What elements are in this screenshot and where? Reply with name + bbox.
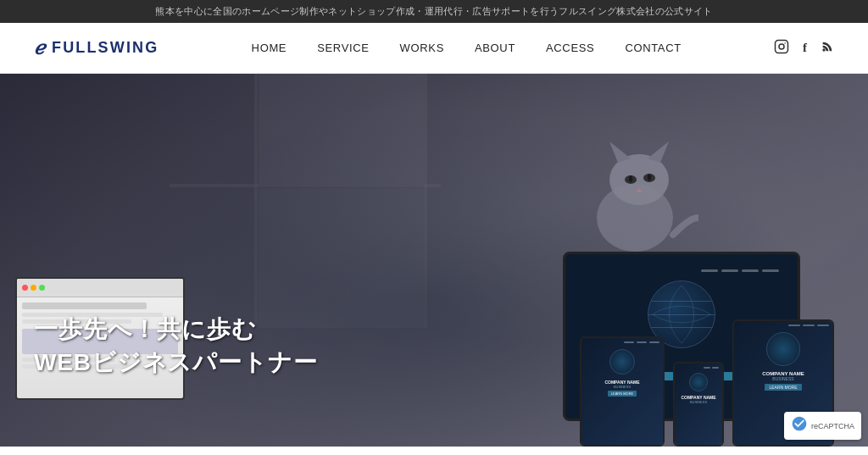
logo-area: ℯ FULLSWING [34, 37, 159, 59]
svg-point-2 [784, 42, 786, 44]
svg-marker-14 [648, 141, 669, 163]
small-business-text: BUSINESS [585, 385, 659, 389]
announcement-bar: 熊本を中心に全国のホームページ制作やネットショップ作成・運用代行・広告サポートを… [0, 0, 868, 23]
social-icons: f [774, 39, 834, 58]
tablet-nav [584, 269, 780, 272]
svg-rect-7 [424, 74, 427, 328]
hero-headline: 一歩先へ！共に歩む WEBビジネスパートナー [34, 313, 317, 379]
nav-links: HOME SERVICE WORKS ABOUT ACCESS CONTACT [252, 42, 682, 54]
nav-about[interactable]: ABOUT [475, 42, 515, 54]
logo-icon: ℯ [34, 37, 45, 59]
svg-rect-8 [170, 184, 441, 187]
instagram-icon[interactable] [774, 39, 789, 58]
announcement-text: 熊本を中心に全国のホームページ制作やネットショップ作成・運用代行・広告サポートを… [155, 6, 712, 16]
facebook-icon[interactable]: f [803, 41, 807, 55]
svg-rect-9 [259, 74, 424, 184]
recaptcha-label: reCAPTCHA [811, 422, 854, 430]
small-phone-device: COMPANY NAME BUSINESS [673, 362, 724, 447]
nav-access[interactable]: ACCESS [546, 42, 594, 54]
phone-business-text: BUSINESS [678, 400, 719, 404]
svg-point-1 [779, 44, 784, 49]
svg-rect-6 [254, 74, 258, 328]
svg-marker-13 [609, 141, 631, 163]
extra-business-text: BUSINESS [737, 376, 829, 381]
cat-image [571, 116, 698, 269]
hero-line2: WEBビジネスパートナー [34, 349, 317, 375]
hero-section: COMPANY NAME BUSINESS LEARN MORE COMPANY… [0, 74, 868, 447]
recaptcha-icon [791, 415, 808, 436]
mini-globe-graphic [609, 349, 635, 375]
hero-text-block: 一歩先へ！共に歩む WEBビジネスパートナー [34, 313, 317, 379]
rss-icon[interactable] [821, 40, 834, 57]
header: ℯ FULLSWING HOME SERVICE WORKS ABOUT ACC… [0, 23, 868, 74]
small-phone-screen: COMPANY NAME BUSINESS [675, 363, 722, 445]
svg-point-18 [648, 174, 651, 180]
svg-rect-10 [259, 188, 424, 328]
svg-point-17 [629, 175, 632, 182]
svg-point-3 [822, 48, 825, 51]
small-tablet-screen: COMPANY NAME BUSINESS LEARN MORE [581, 338, 663, 445]
svg-rect-0 [775, 40, 787, 53]
small-tablet-device: COMPANY NAME BUSINESS LEARN MORE [580, 336, 665, 447]
hero-line1: 一歩先へ！共に歩む [34, 316, 257, 342]
recaptcha-badge: reCAPTCHA [784, 412, 861, 440]
nav-works[interactable]: WORKS [400, 42, 444, 54]
logo-text: FULLSWING [52, 39, 159, 57]
nav-home[interactable]: HOME [252, 42, 287, 54]
nav-service[interactable]: SERVICE [317, 42, 369, 54]
nav-contact[interactable]: CONTACT [625, 42, 681, 54]
